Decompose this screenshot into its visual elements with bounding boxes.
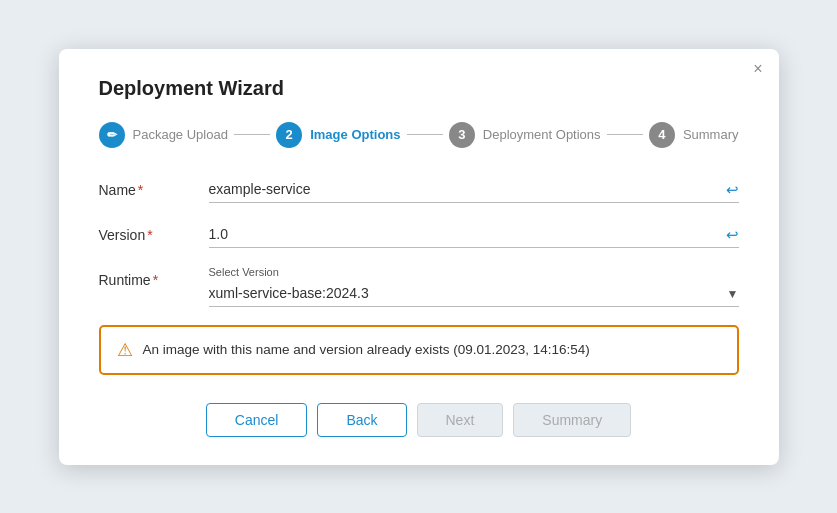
cancel-button[interactable]: Cancel xyxy=(206,403,308,437)
step-3-label: Deployment Options xyxy=(483,127,601,142)
footer-buttons: Cancel Back Next Summary xyxy=(99,403,739,437)
stepper: ✏ Package Upload 2 Image Options 3 Deplo… xyxy=(99,122,739,148)
runtime-row: Runtime* Select Version xuml-service-bas… xyxy=(99,266,739,307)
name-reset-icon[interactable]: ↩ xyxy=(726,181,739,199)
runtime-label: Runtime* xyxy=(99,266,209,288)
step-1-label: Package Upload xyxy=(133,127,228,142)
runtime-select-label: Select Version xyxy=(209,266,739,278)
version-input-wrap: ↩ xyxy=(209,221,739,248)
name-input-wrap: ↩ xyxy=(209,176,739,203)
step-connector-3 xyxy=(607,134,643,135)
name-row: Name* ↩ xyxy=(99,176,739,203)
step-2-label: Image Options xyxy=(310,127,400,142)
runtime-select[interactable]: xuml-service-base:2024.3 xyxy=(209,280,739,307)
step-package-upload: ✏ Package Upload xyxy=(99,122,228,148)
name-input[interactable] xyxy=(209,176,739,203)
close-button[interactable]: × xyxy=(753,61,762,77)
version-label: Version* xyxy=(99,221,209,243)
version-reset-icon[interactable]: ↩ xyxy=(726,226,739,244)
step-3-circle: 3 xyxy=(449,122,475,148)
dialog-title: Deployment Wizard xyxy=(99,77,739,100)
step-deployment-options: 3 Deployment Options xyxy=(449,122,601,148)
step-2-circle: 2 xyxy=(276,122,302,148)
back-button[interactable]: Back xyxy=(317,403,406,437)
step-4-circle: 4 xyxy=(649,122,675,148)
version-input[interactable] xyxy=(209,221,739,248)
step-connector-1 xyxy=(234,134,270,135)
step-2-number: 2 xyxy=(286,127,293,142)
summary-button[interactable]: Summary xyxy=(513,403,631,437)
step-1-circle: ✏ xyxy=(99,122,125,148)
step-4-number: 4 xyxy=(658,127,665,142)
name-label: Name* xyxy=(99,176,209,198)
next-button[interactable]: Next xyxy=(417,403,504,437)
step-summary: 4 Summary xyxy=(649,122,739,148)
step-image-options: 2 Image Options xyxy=(276,122,400,148)
warning-message: An image with this name and version alre… xyxy=(143,342,590,357)
warning-triangle-icon: ⚠ xyxy=(117,339,133,361)
runtime-select-wrap: Select Version xuml-service-base:2024.3 … xyxy=(209,266,739,307)
version-row: Version* ↩ xyxy=(99,221,739,248)
step-connector-2 xyxy=(407,134,443,135)
warning-box: ⚠ An image with this name and version al… xyxy=(99,325,739,375)
deployment-wizard-dialog: × Deployment Wizard ✏ Package Upload 2 I… xyxy=(59,49,779,465)
pencil-icon: ✏ xyxy=(107,128,117,142)
step-3-number: 3 xyxy=(458,127,465,142)
step-4-label: Summary xyxy=(683,127,739,142)
